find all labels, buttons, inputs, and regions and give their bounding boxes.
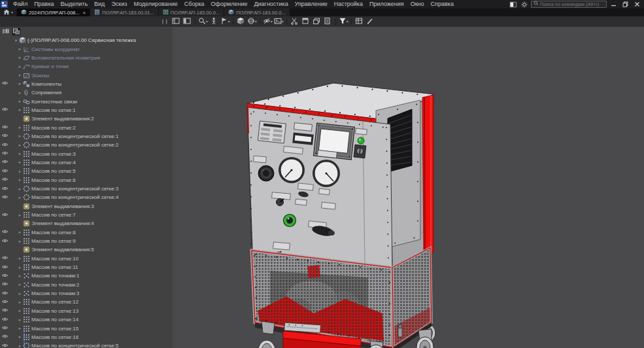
menu-1[interactable]: Файл (10, 0, 31, 9)
expand-arrow-icon[interactable]: ▸ (17, 151, 23, 156)
tree-item-14[interactable]: ▸Массив по сетке:3 (0, 149, 173, 158)
tree-item-13[interactable]: ▸Массив по концентрической сетке:2 (0, 141, 173, 149)
expand-arrow-icon[interactable]: ▸ (17, 343, 23, 348)
visibility-eye-icon[interactable] (1, 317, 8, 323)
expand-arrow-icon[interactable]: ▸ (17, 239, 23, 244)
visibility-eye-icon[interactable] (1, 142, 8, 148)
tree-item-2[interactable]: ▸Системы координат (0, 44, 173, 53)
tree-item-10[interactable]: Элемент выдавливания:2 (0, 114, 173, 123)
menu-8[interactable]: Оформление (208, 0, 251, 9)
tree-item-5[interactable]: ▸Эскизы (0, 71, 173, 79)
expand-arrow-icon[interactable]: ▸ (17, 291, 23, 296)
window-new-button[interactable] (300, 17, 311, 26)
settings-gear-icon[interactable] (520, 1, 529, 8)
menu-3[interactable]: Выделить (58, 0, 92, 9)
visibility-eye-icon[interactable] (1, 325, 8, 332)
expand-arrow-icon[interactable]: ▸ (17, 99, 23, 104)
tree-item-31[interactable]: ▸Массив по сетке:12 (0, 298, 173, 306)
tree-item-30[interactable]: ▸Массив по точкам:3 (0, 289, 173, 298)
expand-arrow-icon[interactable]: ▸ (17, 81, 23, 86)
expand-arrow-icon[interactable]: ▸ (17, 186, 23, 192)
tree-panel-button[interactable] (171, 17, 182, 26)
command-search-box[interactable] (531, 1, 607, 8)
expand-arrow-icon[interactable]: ▸ (17, 125, 23, 130)
panel-drag-handle[interactable]: ❘❘ (161, 19, 169, 24)
tree-item-27[interactable]: ▸Массив по сетке:11 (0, 263, 173, 271)
visibility-eye-icon[interactable] (1, 343, 8, 348)
minimize-button[interactable] (609, 1, 619, 8)
tree-item-11[interactable]: ▸Массив по сетке:2 (0, 123, 173, 131)
visibility-eye-icon[interactable] (1, 273, 8, 279)
expand-arrow-icon[interactable]: ▸ (17, 300, 23, 305)
close-button[interactable] (632, 1, 642, 8)
expand-arrow-icon[interactable]: ▸ (17, 160, 23, 165)
visibility-eye-icon[interactable] (1, 168, 8, 175)
menu-6[interactable]: Моделирование (130, 0, 180, 9)
visibility-eye-icon[interactable] (1, 307, 8, 314)
menu-5[interactable]: Эскиз (108, 0, 130, 9)
visibility-eye-icon[interactable] (1, 212, 8, 218)
visibility-eye-icon[interactable] (1, 229, 8, 235)
tree-item-19[interactable]: ▸Массив по концентрической сетке:4 (0, 193, 173, 201)
menu-9[interactable]: Диагностика (250, 0, 291, 9)
document-tab-1[interactable]: 2024\ПОЛЯР.АП-008...× (17, 9, 90, 16)
visibility-eye-icon[interactable] (1, 264, 8, 271)
visibility-eye-icon[interactable] (1, 299, 8, 305)
expand-arrow-icon[interactable]: ▸ (17, 169, 23, 174)
visibility-eye-icon[interactable] (1, 80, 8, 87)
visibility-eye-icon[interactable] (1, 290, 8, 297)
visibility-eye-icon[interactable] (1, 107, 8, 113)
properties-table-button[interactable] (354, 17, 365, 26)
document-tab-2[interactable]: ПОЛЯР.АП-183.00.01... (90, 9, 158, 16)
visibility-eye-icon[interactable] (1, 177, 8, 183)
visibility-eye-icon[interactable] (1, 334, 8, 340)
tree-item-34[interactable]: ▸Массив по сетке:15 (0, 324, 173, 332)
style-pencil-button[interactable] (365, 17, 376, 26)
visibility-eye-icon[interactable] (1, 281, 8, 288)
expand-arrow-icon[interactable]: ▸ (17, 195, 23, 200)
tab-close-icon[interactable]: × (83, 10, 86, 16)
expand-arrow-icon[interactable]: ▸ (17, 213, 23, 218)
expand-arrow-icon[interactable]: ▸ (17, 265, 23, 270)
visibility-eye-icon[interactable] (1, 186, 8, 192)
menu-2[interactable]: Правка (31, 0, 57, 9)
tree-item-6[interactable]: ▸Компоненты (0, 80, 173, 88)
visibility-eye-icon[interactable] (1, 124, 8, 131)
visibility-eye-icon[interactable] (1, 133, 8, 139)
menu-10[interactable]: Управление (292, 0, 331, 9)
expand-arrow-icon[interactable]: ▸ (17, 230, 23, 235)
shaded-cube-button[interactable] (235, 17, 246, 26)
snapshot-image-button[interactable]: ▾ (273, 17, 284, 26)
tree-item-20[interactable]: Элемент выдавливания:3 (0, 202, 173, 211)
tree-item-8[interactable]: ▸Контекстные связи (0, 97, 173, 105)
tree-item-22[interactable]: Элемент выдавливания:4 (0, 219, 173, 228)
expand-arrow-icon[interactable]: ▸ (17, 90, 23, 96)
window-cascade-button[interactable] (311, 17, 322, 26)
graphic-layout-button[interactable] (182, 17, 193, 26)
expand-arrow-icon[interactable]: ▸ (17, 143, 23, 148)
home-button[interactable]: ▾ (0, 9, 16, 16)
orientation-arrow-button[interactable]: ▾ (220, 17, 231, 26)
tree-item-12[interactable]: ▸Массив по концентрической сетке:1 (0, 132, 173, 141)
visibility-eye-icon[interactable] (1, 150, 8, 157)
maximize-button[interactable] (620, 1, 630, 8)
filter-funnel-button[interactable]: ▾ (338, 17, 349, 26)
tree-item-35[interactable]: ▸Массив по сетке:16 (0, 333, 173, 341)
menu-11[interactable]: Настройка (331, 0, 366, 9)
tree-item-7[interactable]: ▸Сопряжения (0, 88, 173, 97)
menu-14[interactable]: Справка (428, 0, 457, 9)
tree-structure-toggle-button[interactable] (1, 27, 10, 36)
tree-item-21[interactable]: ▸Массив по сетке:7 (0, 211, 173, 219)
expand-arrow-icon[interactable]: ▸ (17, 308, 23, 313)
tree-item-28[interactable]: ▸Массив по точкам:1 (0, 271, 173, 280)
expand-arrow-icon[interactable]: ▸ (17, 177, 23, 183)
menu-12[interactable]: Приложения (366, 0, 407, 9)
tree-item-25[interactable]: Элемент выдавливания:5 (0, 245, 173, 254)
zoom-button[interactable]: ▾ (197, 17, 209, 26)
visibility-eye-icon[interactable] (1, 159, 8, 165)
tree-item-23[interactable]: ▸Массив по сетке:8 (0, 228, 173, 237)
expand-arrow-icon[interactable]: ▸ (17, 326, 23, 331)
tree-item-26[interactable]: ▸Массив по сетке:10 (0, 254, 173, 263)
visibility-eye-icon[interactable] (1, 255, 8, 262)
tree-item-32[interactable]: ▸Массив по сетке:13 (0, 307, 173, 315)
